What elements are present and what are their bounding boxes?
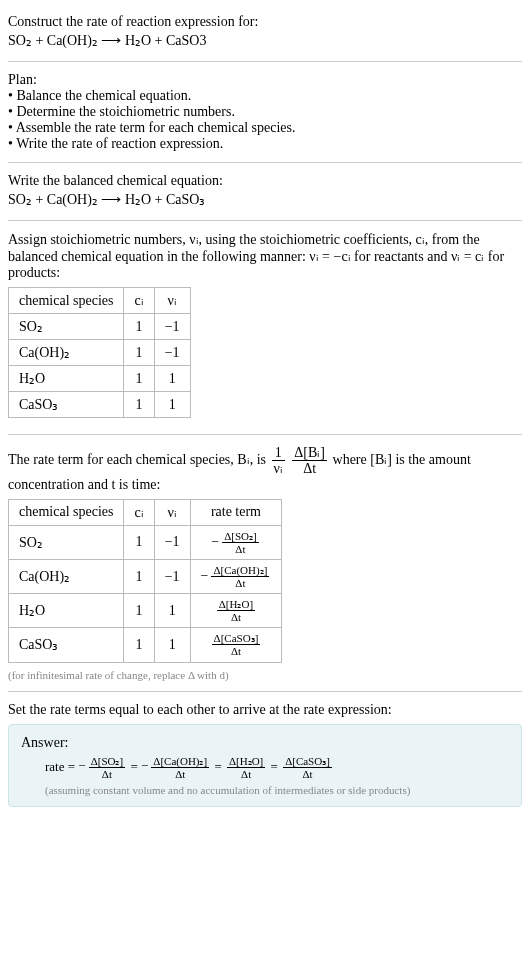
cell-rate-term: −Δ[SO₂]Δt — [190, 525, 282, 559]
cell-species: H₂O — [9, 594, 124, 628]
cell-ci: 1 — [124, 594, 154, 628]
rate-term-note: (for infinitesimal rate of change, repla… — [8, 669, 522, 681]
stoich-intro: Assign stoichiometric numbers, νᵢ, using… — [8, 231, 522, 281]
plan-item: • Balance the chemical equation. — [8, 88, 522, 104]
stoich-section: Assign stoichiometric numbers, νᵢ, using… — [8, 225, 522, 430]
col-rate-term: rate term — [190, 499, 282, 525]
cell-nui: 1 — [154, 392, 190, 418]
rate-term-intro: The rate term for each chemical species,… — [8, 445, 522, 493]
col-ci: cᵢ — [124, 499, 154, 525]
rate-word: rate = — [45, 758, 78, 773]
table-row: Ca(OH)₂ 1 −1 −Δ[Ca(OH)₂]Δt — [9, 559, 282, 593]
cell-rate-term: −Δ[Ca(OH)₂]Δt — [190, 559, 282, 593]
cell-nui: 1 — [154, 366, 190, 392]
balanced-section: Write the balanced chemical equation: SO… — [8, 167, 522, 216]
plan-item: • Assemble the rate term for each chemic… — [8, 120, 522, 136]
table-row: CaSO₃ 1 1 — [9, 392, 191, 418]
cell-species: CaSO₃ — [9, 628, 124, 662]
col-species: chemical species — [9, 499, 124, 525]
cell-nui: −1 — [154, 559, 190, 593]
balanced-title: Write the balanced chemical equation: — [8, 173, 522, 189]
rate-term-table: chemical species cᵢ νᵢ rate term SO₂ 1 −… — [8, 499, 282, 663]
final-section: Set the rate terms equal to each other t… — [8, 696, 522, 823]
cell-species: Ca(OH)₂ — [9, 340, 124, 366]
final-intro: Set the rate terms equal to each other t… — [8, 702, 522, 718]
table-row: CaSO₃ 1 1 Δ[CaSO₃]Δt — [9, 628, 282, 662]
rate-term-section: The rate term for each chemical species,… — [8, 439, 522, 687]
answer-rate-expression: rate = −Δ[SO₂]Δt = −Δ[Ca(OH)₂]Δt = Δ[H₂O… — [45, 755, 509, 780]
divider — [8, 61, 522, 62]
cell-species: SO₂ — [9, 525, 124, 559]
col-nui: νᵢ — [154, 288, 190, 314]
col-species: chemical species — [9, 288, 124, 314]
cell-ci: 1 — [124, 628, 154, 662]
cell-nui: −1 — [154, 314, 190, 340]
divider — [8, 220, 522, 221]
delta-bi-over-dt: Δ[Bᵢ]Δt — [292, 445, 327, 477]
cell-ci: 1 — [124, 525, 154, 559]
cell-nui: −1 — [154, 340, 190, 366]
cell-species: Ca(OH)₂ — [9, 559, 124, 593]
col-ci: cᵢ — [124, 288, 154, 314]
rate-term-intro-a: The rate term for each chemical species,… — [8, 452, 270, 467]
cell-ci: 1 — [124, 392, 154, 418]
table-row: Ca(OH)₂ 1 −1 — [9, 340, 191, 366]
cell-ci: 1 — [124, 314, 154, 340]
col-nui: νᵢ — [154, 499, 190, 525]
plan-section: Plan: • Balance the chemical equation. •… — [8, 66, 522, 158]
cell-ci: 1 — [124, 340, 154, 366]
table-row: H₂O 1 1 — [9, 366, 191, 392]
table-row: H₂O 1 1 Δ[H₂O]Δt — [9, 594, 282, 628]
prompt-equation: SO₂ + Ca(OH)₂ ⟶ H₂O + CaSO3 — [8, 32, 522, 49]
table-row: SO₂ 1 −1 −Δ[SO₂]Δt — [9, 525, 282, 559]
prompt-label: Construct the rate of reaction expressio… — [8, 14, 522, 30]
cell-species: SO₂ — [9, 314, 124, 340]
cell-nui: 1 — [154, 628, 190, 662]
cell-rate-term: Δ[CaSO₃]Δt — [190, 628, 282, 662]
one-over-nu: 1νᵢ — [272, 445, 285, 477]
plan-item: • Write the rate of reaction expression. — [8, 136, 522, 152]
divider — [8, 162, 522, 163]
cell-nui: −1 — [154, 525, 190, 559]
answer-assumption: (assuming constant volume and no accumul… — [45, 784, 509, 796]
cell-nui: 1 — [154, 594, 190, 628]
cell-rate-term: Δ[H₂O]Δt — [190, 594, 282, 628]
stoich-table: chemical species cᵢ νᵢ SO₂ 1 −1 Ca(OH)₂ … — [8, 287, 191, 418]
cell-species: H₂O — [9, 366, 124, 392]
answer-label: Answer: — [21, 735, 509, 751]
table-header-row: chemical species cᵢ νᵢ — [9, 288, 191, 314]
plan-title: Plan: — [8, 72, 522, 88]
cell-species: CaSO₃ — [9, 392, 124, 418]
cell-ci: 1 — [124, 559, 154, 593]
plan-item: • Determine the stoichiometric numbers. — [8, 104, 522, 120]
prompt-section: Construct the rate of reaction expressio… — [8, 8, 522, 57]
divider — [8, 434, 522, 435]
balanced-equation: SO₂ + Ca(OH)₂ ⟶ H₂O + CaSO₃ — [8, 191, 522, 208]
cell-ci: 1 — [124, 366, 154, 392]
divider — [8, 691, 522, 692]
table-header-row: chemical species cᵢ νᵢ rate term — [9, 499, 282, 525]
table-row: SO₂ 1 −1 — [9, 314, 191, 340]
answer-box: Answer: rate = −Δ[SO₂]Δt = −Δ[Ca(OH)₂]Δt… — [8, 724, 522, 807]
